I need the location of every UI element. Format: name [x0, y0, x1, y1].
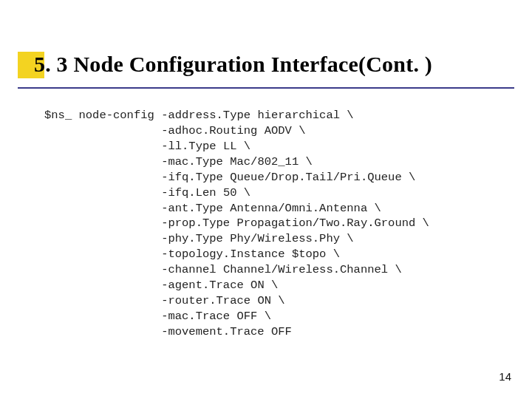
- code-opt-9-flag: -topology.Instance: [161, 248, 284, 261]
- code-opt-7-flag: -prop.Type: [161, 216, 230, 230]
- code-opt-11-flag: -agent.Trace: [161, 279, 244, 292]
- code-opt-8-flag: -phy.Type: [161, 232, 223, 245]
- code-opt-4-flag: -ifq.Type: [161, 171, 223, 184]
- code-opt-0-flag: -address.Type: [161, 109, 250, 122]
- slide-title: 5. 3 Node Configuration Interface(Cont. …: [34, 52, 432, 77]
- code-opt-3-flag: -mac.Type: [161, 155, 223, 168]
- code-opt-0-value: hierarchical: [257, 109, 340, 122]
- code-opt-9-value: $topo: [292, 248, 327, 261]
- code-opt-11-value: ON: [250, 279, 265, 292]
- code-opt-5-value: 50: [223, 186, 237, 200]
- code-opt-1-value: AODV: [265, 124, 292, 137]
- code-opt-14-flag: -movement.Trace: [161, 325, 265, 338]
- code-opt-14-value: OFF: [271, 325, 292, 338]
- code-opt-6-value: Antenna/Omni.Antenna: [230, 202, 367, 215]
- code-opt-13-flag: -mac.Trace: [161, 310, 230, 323]
- slide: 5. 3 Node Configuration Interface(Cont. …: [0, 0, 532, 399]
- code-opt-7-value: Propagation/Two.Ray.Ground: [236, 216, 415, 230]
- code-opt-2-value: LL: [223, 140, 237, 153]
- code-opt-13-value: OFF: [236, 310, 257, 323]
- code-opt-1-flag: -adhoc.Routing: [161, 124, 257, 137]
- page-number: 14: [499, 370, 511, 383]
- code-opt-10-flag: -channel: [161, 263, 216, 276]
- code-opt-8-value: Phy/Wireless.Phy: [230, 232, 340, 245]
- code-opt-10-value: Channel/Wireless.Channel: [223, 263, 388, 276]
- code-opt-12-flag: -router.Trace: [161, 294, 250, 307]
- code-opt-6-flag: -ant.Type: [161, 202, 223, 215]
- code-opt-3-value: Mac/802_11: [230, 155, 299, 168]
- code-opt-2-flag: -ll.Type: [161, 140, 216, 153]
- code-opt-4-value: Queue/Drop.Tail/Pri.Queue: [230, 171, 402, 184]
- title-underline: [18, 87, 514, 89]
- code-opt-12-value: ON: [257, 294, 271, 307]
- code-command: $ns_ node-config: [44, 109, 154, 122]
- code-opt-5-flag: -ifq.Len: [161, 186, 216, 200]
- code-block: $ns_ node-config -address.Type hierarchi…: [44, 108, 429, 340]
